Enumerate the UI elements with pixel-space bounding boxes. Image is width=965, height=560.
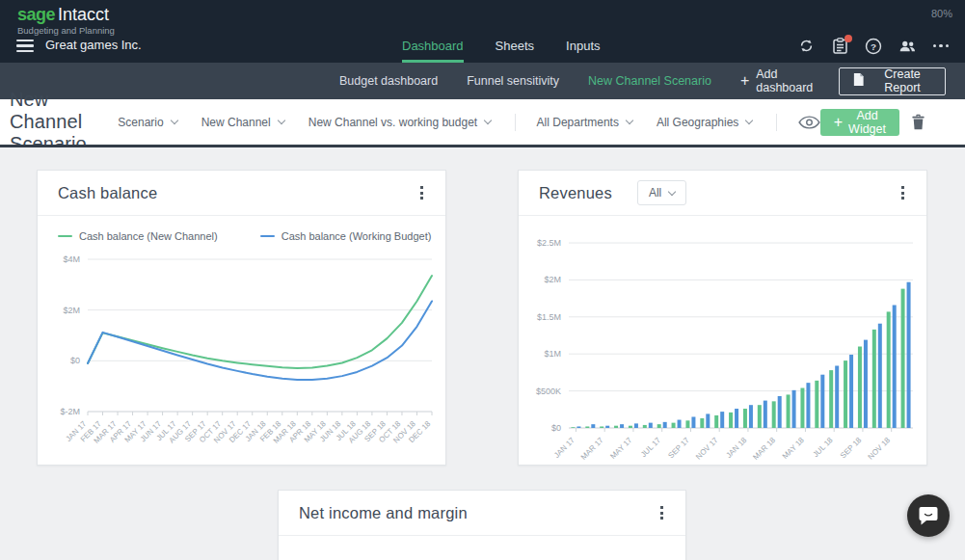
svg-text:SEP 18: SEP 18	[839, 436, 864, 461]
navbar-icons: ?	[797, 29, 950, 63]
navbar-row: Great games Inc. Dashboard Sheets Inputs	[0, 29, 965, 63]
widget-header: Net income and margin	[279, 491, 685, 536]
cash-balance-chart: $4M$2M$0$-2MJAN 17FEB 17MAR 17APR 17MAY …	[45, 248, 440, 455]
svg-text:JAN 17: JAN 17	[552, 436, 576, 460]
chevron-down-icon	[484, 117, 492, 124]
widget-title: Net income and margin	[299, 504, 468, 522]
svg-text:?: ?	[871, 40, 876, 51]
chart-area: $4M$2M$0$-2MJAN 17FEB 17MAR 17APR 17MAY …	[38, 242, 445, 459]
zoom-level: 80%	[931, 8, 952, 19]
plus-icon: +	[834, 115, 843, 130]
intacct-wordmark: Intacct	[58, 5, 109, 24]
svg-text:$4M: $4M	[63, 254, 80, 264]
widget-header: Revenues All	[519, 171, 926, 216]
svg-text:$-2M: $-2M	[60, 407, 80, 416]
dashboard-item-budget[interactable]: Budget dashboard	[339, 74, 438, 88]
svg-text:JAN 18: JAN 18	[724, 436, 748, 460]
chart-area: $2.5M$2M$1.5M$1M$500K$0JAN 17MAR 17MAY 1…	[519, 216, 926, 467]
widget-title: Cash balance	[58, 184, 157, 202]
svg-text:$1M: $1M	[544, 349, 561, 359]
svg-text:$2.5M: $2.5M	[537, 238, 561, 248]
comparison-dropdown[interactable]: New Channel vs. working budget	[308, 116, 491, 129]
dashboard-content: Cash balance Cash balance (New Channel) …	[0, 147, 965, 560]
scenario-header: New Channel Scenario Scenario New Channe…	[0, 99, 965, 145]
svg-text:$2M: $2M	[63, 306, 80, 315]
dashboard-item-new-channel[interactable]: New Channel Scenario	[588, 74, 711, 88]
add-widget-button[interactable]: + Add Widget	[820, 109, 899, 136]
help-icon[interactable]: ?	[865, 38, 882, 55]
legend-item-new-channel: Cash balance (New Channel)	[58, 230, 218, 242]
departments-dropdown[interactable]: All Departments	[537, 116, 632, 129]
users-icon[interactable]	[898, 38, 916, 55]
revenues-period-dropdown[interactable]: All	[637, 180, 686, 205]
chevron-down-icon	[668, 187, 676, 195]
widget-menu-icon[interactable]	[418, 182, 425, 203]
legend-swatch	[260, 235, 275, 238]
legend-item-working-budget: Cash balance (Working Budget)	[260, 230, 432, 242]
widget-header: Cash balance	[38, 171, 445, 216]
revenues-chart: $2.5M$2M$1.5M$1M$500K$0JAN 17MAR 17MAY 1…	[526, 231, 921, 463]
tab-inputs[interactable]: Inputs	[566, 29, 600, 63]
svg-text:MAR 18: MAR 18	[751, 436, 777, 462]
chevron-down-icon	[170, 117, 177, 124]
svg-text:NOV 17: NOV 17	[694, 436, 720, 462]
svg-text:JUL 17: JUL 17	[639, 436, 662, 459]
svg-text:MAY 17: MAY 17	[608, 436, 633, 461]
svg-text:$0: $0	[551, 423, 561, 433]
svg-text:JUL 18: JUL 18	[812, 436, 835, 459]
tab-sheets[interactable]: Sheets	[496, 29, 534, 63]
tasks-icon[interactable]	[831, 38, 848, 55]
legend-swatch	[58, 235, 72, 238]
chevron-down-icon	[626, 117, 633, 124]
sage-wordmark: sage	[17, 5, 55, 24]
tab-dashboard[interactable]: Dashboard	[402, 29, 464, 63]
widget-title: Revenues	[539, 184, 612, 202]
widget-menu-icon[interactable]	[658, 502, 665, 523]
chat-bubble-icon	[917, 505, 940, 527]
geographies-dropdown[interactable]: All Geographies	[657, 116, 752, 129]
chart-legend: Cash balance (New Channel) Cash balance …	[38, 216, 445, 242]
svg-text:$0: $0	[70, 356, 80, 365]
svg-text:$500K: $500K	[536, 387, 561, 396]
chevron-down-icon	[745, 117, 753, 124]
chat-button[interactable]	[907, 494, 950, 537]
dashboard-item-funnel[interactable]: Funnel sensitivity	[467, 74, 559, 88]
add-dashboard-button[interactable]: + Add dashboard	[740, 67, 821, 94]
history-icon[interactable]	[797, 38, 815, 55]
company-name: Great games Inc.	[45, 38, 142, 52]
create-report-button[interactable]: Create Report	[839, 67, 946, 95]
scenario-dropdown[interactable]: New Channel	[201, 116, 284, 129]
main-tabs: Dashboard Sheets Inputs	[402, 29, 601, 63]
svg-text:MAY 18: MAY 18	[781, 436, 806, 461]
dashboard-selector-bar: Budget dashboard Funnel sensitivity New …	[0, 63, 965, 99]
report-doc-icon	[852, 72, 865, 90]
plus-icon: +	[740, 73, 749, 89]
top-navbar: sageIntacct Budgeting and Planning 80% G…	[0, 0, 965, 63]
svg-text:MAR 17: MAR 17	[579, 436, 605, 462]
eye-icon[interactable]	[798, 116, 820, 129]
svg-text:$1.5M: $1.5M	[537, 312, 561, 322]
cash-balance-widget: Cash balance Cash balance (New Channel) …	[37, 170, 446, 466]
menu-icon[interactable]	[16, 40, 34, 52]
svg-text:NOV 18: NOV 18	[867, 436, 893, 462]
svg-text:$2M: $2M	[544, 275, 561, 284]
dashbar-actions: + Add dashboard Create Report	[740, 67, 965, 95]
chevron-down-icon	[277, 117, 284, 124]
widget-menu-icon[interactable]	[899, 182, 906, 203]
more-icon[interactable]	[932, 38, 950, 55]
net-income-widget: Net income and margin	[278, 490, 686, 560]
notification-badge	[844, 35, 852, 42]
scenario-type-dropdown[interactable]: Scenario	[118, 116, 176, 129]
svg-text:SEP 17: SEP 17	[666, 436, 691, 461]
revenues-widget: Revenues All $2.5M$2M$1.5M$1M$500K$0JAN …	[518, 170, 927, 466]
trash-icon[interactable]	[911, 114, 925, 130]
